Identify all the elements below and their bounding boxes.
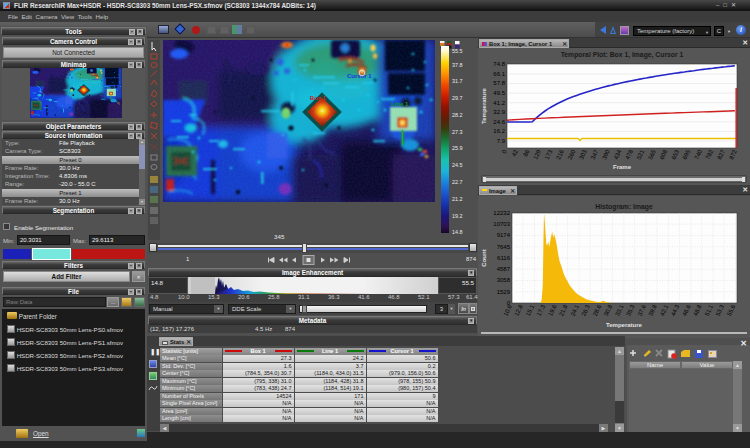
- svg-text:24.6: 24.6: [493, 119, 505, 125]
- svg-text:49.5: 49.5: [493, 90, 505, 96]
- svg-text:Temperature: Temperature: [481, 87, 487, 124]
- svg-text:7.9: 7.9: [497, 138, 506, 144]
- svg-text:24.5: 24.5: [452, 162, 463, 168]
- svg-text:21.2: 21.2: [452, 196, 463, 202]
- svg-text:41.2: 41.2: [493, 100, 505, 106]
- svg-text:37.8: 37.8: [452, 62, 463, 68]
- svg-text:12232: 12232: [493, 210, 510, 216]
- svg-text:31.7: 31.7: [452, 78, 463, 84]
- svg-text:16.2: 16.2: [493, 128, 505, 134]
- svg-text:27.3: 27.3: [452, 129, 463, 135]
- svg-text:Temporal Plot: Box 1, Image, C: Temporal Plot: Box 1, Image, Cursor 1: [561, 51, 684, 59]
- svg-text:55.5: 55.5: [452, 48, 463, 54]
- svg-text:10703: 10703: [493, 221, 510, 227]
- svg-text:7645: 7645: [497, 244, 511, 250]
- svg-text:28.2: 28.2: [452, 112, 463, 118]
- svg-text:Count: Count: [481, 249, 487, 266]
- svg-text:Line 1: Line 1: [391, 101, 409, 107]
- svg-text:Temperature: Temperature: [606, 322, 643, 328]
- svg-text:29.7: 29.7: [452, 95, 463, 101]
- svg-text:66.1: 66.1: [493, 71, 505, 77]
- svg-text:Frame: Frame: [613, 164, 632, 170]
- svg-text:9174: 9174: [497, 232, 511, 238]
- svg-text:32.9: 32.9: [493, 109, 505, 115]
- svg-text:25.9: 25.9: [452, 145, 463, 151]
- svg-text:4587: 4587: [497, 266, 511, 272]
- svg-text:57.8: 57.8: [493, 80, 505, 86]
- svg-text:Box 1: Box 1: [310, 95, 327, 101]
- svg-text:1529: 1529: [497, 289, 511, 295]
- svg-text:19.2: 19.2: [452, 213, 463, 219]
- svg-text:22.7: 22.7: [452, 179, 463, 185]
- svg-text:74.8: 74.8: [493, 61, 505, 67]
- svg-text:14.8: 14.8: [452, 229, 463, 235]
- svg-text:Histogram: Image: Histogram: Image: [595, 203, 653, 211]
- svg-text:3058: 3058: [497, 277, 511, 283]
- svg-text:6116: 6116: [497, 255, 511, 261]
